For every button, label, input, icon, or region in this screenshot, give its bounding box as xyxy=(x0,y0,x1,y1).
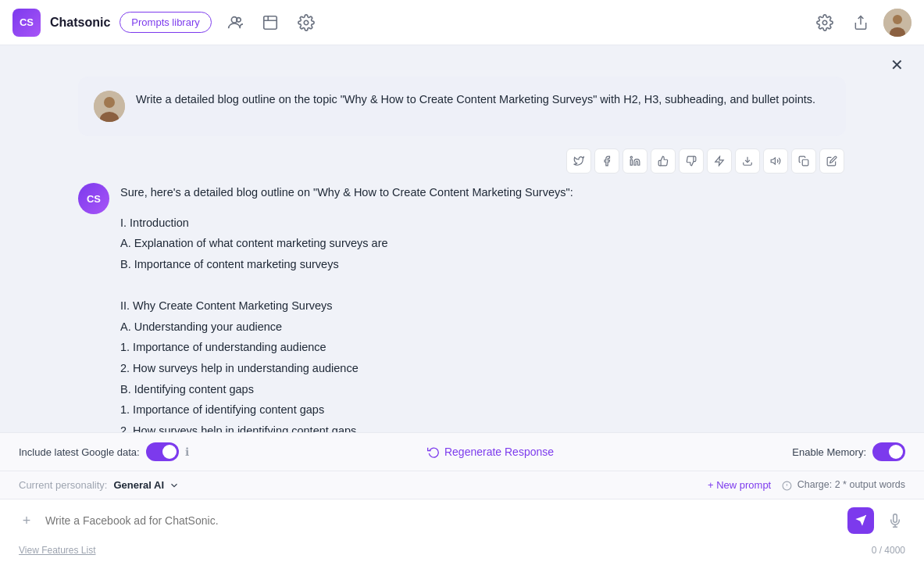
footer-row: View Features List 0 / 4000 xyxy=(0,542,924,562)
action-toolbar xyxy=(78,149,846,174)
chat-input[interactable] xyxy=(45,514,840,527)
outline-item: A. Explanation of what content marketing… xyxy=(120,234,846,253)
outline-item: 1. Importance of understanding audience xyxy=(120,338,846,357)
svg-point-6 xyxy=(893,15,902,24)
svg-point-9 xyxy=(104,97,115,108)
view-features-button[interactable]: View Features List xyxy=(19,545,96,556)
ai-message: CS Sure, here's a detailed blog outline … xyxy=(78,183,846,432)
close-bar: ✕ xyxy=(0,45,924,77)
outline-item: 2. How surveys help in understanding aud… xyxy=(120,359,846,378)
personality-row: Current personality: General AI + New pr… xyxy=(0,471,924,499)
svg-rect-16 xyxy=(802,159,808,166)
persona-icon-btn[interactable] xyxy=(221,9,248,36)
bolt-btn[interactable] xyxy=(707,149,732,174)
user-message-text: Write a detailed blog outline on the top… xyxy=(136,91,815,109)
send-button[interactable] xyxy=(847,507,874,534)
charge-info: Charge: 2 * output words xyxy=(782,479,905,490)
outline-item: I. Introduction xyxy=(120,213,846,233)
bottom-area: Include latest Google data: ℹ Regenerate… xyxy=(0,432,924,562)
volume-btn[interactable] xyxy=(763,149,788,174)
personality-left: Current personality: General AI xyxy=(19,479,180,491)
facebook-share-btn[interactable] xyxy=(594,149,619,174)
header-right xyxy=(812,9,912,37)
main-container: ✕ Write a detailed blog outline on the t… xyxy=(0,45,924,562)
attach-button[interactable]: + xyxy=(16,510,37,532)
edit-btn[interactable] xyxy=(819,149,844,174)
svg-point-3 xyxy=(822,20,827,25)
svg-marker-15 xyxy=(771,158,775,164)
ai-text: Sure, here's a detailed blog outline on … xyxy=(120,183,846,432)
header: CS Chatsonic Prompts library xyxy=(0,0,924,45)
copy-btn[interactable] xyxy=(791,149,816,174)
svg-rect-11 xyxy=(630,159,632,165)
personality-dropdown[interactable]: General AI xyxy=(113,479,180,491)
svg-marker-21 xyxy=(855,515,865,525)
thumbsdown-btn[interactable] xyxy=(679,149,704,174)
close-button[interactable]: ✕ xyxy=(885,53,908,77)
twitter-share-btn[interactable] xyxy=(566,149,591,174)
outline-item: 2. How surveys help in identifying conte… xyxy=(120,421,846,432)
logo-mark: CS xyxy=(12,9,41,37)
prompts-library-button[interactable]: Prompts library xyxy=(120,12,211,33)
download-btn[interactable] xyxy=(735,149,760,174)
char-count: 0 / 4000 xyxy=(872,545,905,556)
user-avatar[interactable] xyxy=(883,9,912,37)
user-avatar-chat xyxy=(94,91,125,122)
chat-area: Write a detailed blog outline on the top… xyxy=(0,77,924,432)
system-settings-icon-btn[interactable] xyxy=(812,9,838,36)
svg-point-12 xyxy=(630,156,632,158)
outline-item: B. Identifying content gaps xyxy=(120,380,846,399)
cs-avatar: CS xyxy=(78,183,109,214)
svg-point-2 xyxy=(304,20,309,25)
mic-button[interactable] xyxy=(882,507,908,534)
thumbsup-btn[interactable] xyxy=(651,149,676,174)
settings-icon-btn[interactable] xyxy=(293,9,319,36)
personality-right: + New prompt Charge: 2 * output words xyxy=(708,479,905,491)
app-name: Chatsonic xyxy=(50,16,110,30)
google-data-section: Include latest Google data: ℹ xyxy=(19,442,189,461)
memory-section: Enable Memory: xyxy=(792,442,905,461)
share-icon-btn[interactable] xyxy=(847,9,874,36)
regenerate-button[interactable]: Regenerate Response xyxy=(427,446,554,458)
controls-row: Include latest Google data: ℹ Regenerate… xyxy=(0,433,924,471)
ai-content: Sure, here's a detailed blog outline on … xyxy=(120,183,846,432)
linkedin-share-btn[interactable] xyxy=(623,149,648,174)
user-message: Write a detailed blog outline on the top… xyxy=(78,77,846,136)
outline-item: 1. Importance of identifying content gap… xyxy=(120,400,846,420)
new-prompt-button[interactable]: + New prompt xyxy=(708,479,771,491)
outline-block: I. IntroductionA. Explanation of what co… xyxy=(120,213,846,432)
puzzle-icon-btn[interactable] xyxy=(257,9,284,36)
google-data-toggle[interactable] xyxy=(146,442,179,461)
input-row: + xyxy=(0,499,924,542)
info-icon: ℹ xyxy=(185,446,189,458)
outline-item: II. Why Create Content Marketing Surveys xyxy=(120,296,846,316)
header-left: CS Chatsonic Prompts library xyxy=(12,9,812,37)
svg-marker-13 xyxy=(715,156,724,166)
outline-item: A. Understanding your audience xyxy=(120,317,846,337)
memory-toggle[interactable] xyxy=(872,442,905,461)
outline-item: B. Importance of content marketing surve… xyxy=(120,255,846,274)
